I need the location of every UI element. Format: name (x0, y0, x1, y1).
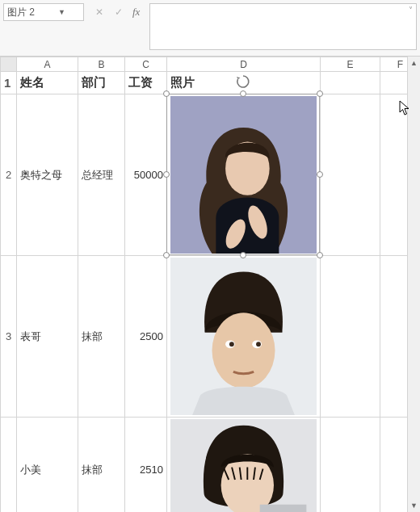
col-header-a[interactable]: A (17, 57, 78, 72)
cell-c4[interactable]: 2510 (125, 418, 167, 513)
cell-d3[interactable] (167, 256, 321, 418)
row-header-3[interactable]: 3 (1, 256, 17, 418)
cell-c2[interactable]: 50000 (125, 94, 167, 256)
cancel-icon[interactable]: ✕ (94, 6, 105, 18)
svg-rect-12 (260, 505, 307, 512)
scroll-down-icon[interactable]: ▼ (408, 499, 420, 512)
photo-image[interactable] (170, 258, 317, 415)
col-header-d[interactable]: D (167, 57, 321, 72)
col-header-c[interactable]: C (125, 57, 167, 72)
svg-point-5 (212, 313, 275, 388)
formula-input[interactable]: ˅ (149, 3, 417, 50)
cell-a1[interactable]: 姓名 (17, 72, 78, 94)
col-header-b[interactable]: B (78, 57, 125, 72)
row-header-4[interactable] (1, 418, 17, 513)
cell-e2[interactable] (321, 94, 380, 256)
row-header-2[interactable]: 2 (1, 94, 17, 256)
formula-buttons: ✕ ✓ fx (89, 3, 145, 21)
photo-image[interactable] (170, 96, 317, 254)
confirm-icon[interactable]: ✓ (113, 6, 124, 18)
table-row: 小美 抹部 2510 (1, 418, 421, 513)
cell-c1[interactable]: 工资 (125, 72, 167, 94)
column-header-row: A B C D E F (1, 57, 421, 72)
col-header-e[interactable]: E (321, 57, 380, 72)
cell-b2[interactable]: 总经理 (78, 94, 125, 256)
scroll-track[interactable] (408, 69, 420, 499)
cell-b3[interactable]: 抹部 (78, 256, 125, 418)
cell-e4[interactable] (321, 418, 380, 513)
name-box[interactable]: 图片 2 ▼ (3, 3, 84, 21)
row-header-1[interactable]: 1 (1, 72, 17, 94)
cell-a4[interactable]: 小美 (17, 418, 78, 513)
table-row: 1 姓名 部门 工资 照片 (1, 72, 421, 94)
name-box-value: 图片 2 (7, 6, 44, 19)
table-row: 3 表哥 抹部 2500 (1, 256, 421, 418)
svg-point-7 (229, 342, 234, 346)
cell-d1[interactable]: 照片 (167, 72, 321, 94)
formula-bar-area: 图片 2 ▼ ✕ ✓ fx ˅ (0, 0, 420, 57)
mouse-cursor-icon (399, 100, 410, 116)
cell-e3[interactable] (321, 256, 380, 418)
fx-icon[interactable]: fx (132, 6, 140, 19)
scroll-up-icon[interactable]: ▲ (408, 57, 420, 69)
table-row: 2 奥特之母 总经理 50000 (1, 94, 421, 256)
cell-e1[interactable] (321, 72, 380, 94)
sheet-area: A B C D E F 1 姓名 部门 工资 照片 2 奥特之母 (0, 57, 420, 512)
cell-d4[interactable] (167, 418, 321, 513)
formula-expand-icon[interactable]: ˅ (405, 4, 416, 16)
cell-a3[interactable]: 表哥 (17, 256, 78, 418)
cell-b1[interactable]: 部门 (78, 72, 125, 94)
cell-b4[interactable]: 抹部 (78, 418, 125, 513)
cell-d2[interactable] (167, 94, 321, 256)
cell-a2[interactable]: 奥特之母 (17, 94, 78, 256)
vertical-scrollbar[interactable]: ▲ ▼ (407, 57, 420, 512)
spreadsheet-grid[interactable]: A B C D E F 1 姓名 部门 工资 照片 2 奥特之母 (0, 57, 420, 512)
cell-c3[interactable]: 2500 (125, 256, 167, 418)
photo-image[interactable] (170, 419, 317, 512)
select-all-corner[interactable] (1, 57, 17, 72)
name-box-dropdown-icon[interactable]: ▼ (44, 8, 80, 16)
svg-point-9 (256, 342, 261, 346)
